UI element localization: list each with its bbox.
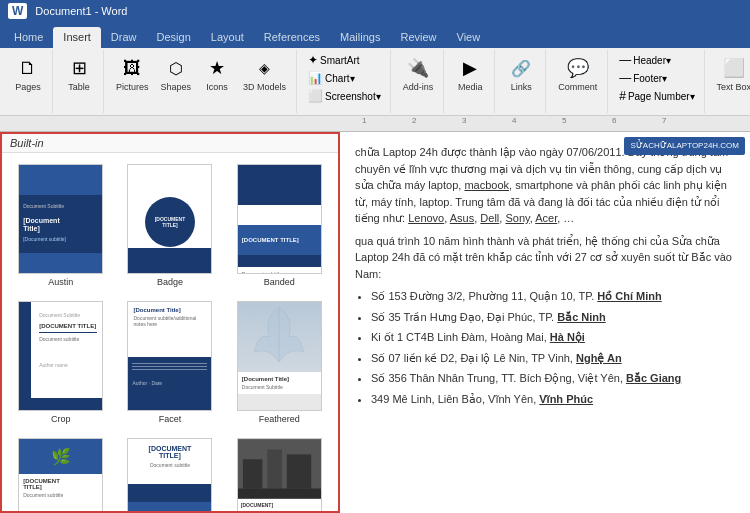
page-number-button[interactable]: # Page Number ▾ [616,88,697,104]
cover-name-crop: Crop [51,414,71,424]
list-item: Số 07 liền kề D2, Đại lộ Lê Nin, TP Vinh… [371,350,735,367]
cover-item-g3[interactable]: [DOCUMENT] [229,435,330,513]
tab-draw[interactable]: Draw [101,27,147,48]
ribbon-group-header-footer: — Header ▾ — Footer ▾ # Page Number ▾ [610,50,704,113]
pictures-label: Pictures [116,82,149,92]
cover-name-feathered: Feathered [259,414,300,424]
list-item: Số 153 Đường 3/2, Phường 11, Quận 10, TP… [371,288,735,305]
ruler-mark-1: 1 [362,116,366,125]
cover-item-facet[interactable]: [Document Title] Document subtitle/addit… [119,298,220,427]
ribbon-tabs: Home Insert Draw Design Layout Reference… [0,22,750,48]
shapes-button[interactable]: ⬡ Shapes [157,52,196,94]
list-item: Số 35 Trần Hưng Đạo, Đại Phúc, TP. Bắc N… [371,309,735,326]
comment-button[interactable]: 💬 Comment [554,52,601,94]
comment-label: Comment [558,82,597,92]
ribbon-group-smartart: ✦ SmartArt 📊 Chart ▾ ⬜ Screenshot ▾ [299,50,391,113]
tab-layout[interactable]: Layout [201,27,254,48]
tab-references[interactable]: References [254,27,330,48]
tab-insert[interactable]: Insert [53,27,101,48]
ribbon-group-table: ⊞ Table [55,50,104,113]
smartart-label: SmartArt [320,55,359,66]
screenshot-button[interactable]: ⬜ Screenshot ▾ [305,88,384,104]
svg-rect-5 [238,489,321,499]
document-title: Document1 - Word [35,5,742,17]
chart-label: Chart [325,73,349,84]
doc-text-area: SỬACHỮALAPTOP24H.COM chữa Laptop 24h đượ… [340,132,750,513]
chart-button[interactable]: 📊 Chart ▾ [305,70,384,86]
cover-thumb-g3: [DOCUMENT] [237,438,322,513]
media-button[interactable]: ▶ Media [452,52,488,94]
page-number-icon: # [619,89,626,103]
cover-item-banded[interactable]: [DOCUMENT TITLE] Document subtitle Bande… [229,161,330,290]
svg-rect-2 [243,459,263,488]
screenshot-icon: ⬜ [308,89,323,103]
addins-label: Add-ins [403,82,434,92]
doc-para-1: chữa Laptop 24h được thành lập vào ngày … [355,144,735,227]
addins-icon: 🔌 [404,54,432,82]
cover-thumb-facet: [Document Title] Document subtitle/addit… [127,301,212,411]
ruler: 1 2 3 4 5 6 7 [0,116,750,132]
cover-thumb-crop: Document Subtitle [DOCUMENT TITLE] Docum… [18,301,103,411]
links-label: Links [511,82,532,92]
tab-mailings[interactable]: Mailings [330,27,390,48]
textbox-button[interactable]: ⬜ Text Box [713,52,750,94]
pages-icon: 🗋 [14,54,42,82]
ruler-mark-2: 2 [412,116,416,125]
3dmodels-label: 3D Models [243,82,286,92]
cover-name-facet: Facet [159,414,182,424]
pictures-button[interactable]: 🖼 Pictures [112,52,153,94]
cover-thumb-banded: [DOCUMENT TITLE] Document subtitle [237,164,322,274]
links-icon: 🔗 [507,54,535,82]
header-label: Header [633,55,666,66]
textbox-icon: ⬜ [720,54,748,82]
media-label: Media [458,82,483,92]
table-icon: ⊞ [65,54,93,82]
list-item: Ki ốt 1 CT4B Linh Đàm, Hoàng Mai, Hà Nội [371,329,735,346]
addins-button[interactable]: 🔌 Add-ins [399,52,438,94]
tab-review[interactable]: Review [390,27,446,48]
list-item: 349 Mê Linh, Liên Bảo, Vĩnh Yên, Vĩnh Ph… [371,391,735,408]
smartart-button[interactable]: ✦ SmartArt [305,52,384,68]
doc-list: Số 153 Đường 3/2, Phường 11, Quận 10, TP… [371,288,735,407]
pages-button[interactable]: 🗋 Pages [10,52,46,94]
title-bar: W Document1 - Word [0,0,750,22]
ribbon-group-pages: 🗋 Pages [4,50,53,113]
icons-button[interactable]: ★ Icons [199,52,235,94]
footer-button[interactable]: — Footer ▾ [616,70,697,86]
pictures-icon: 🖼 [118,54,146,82]
smartart-icon: ✦ [308,53,318,67]
cover-name-badge: Badge [157,277,183,287]
header-button[interactable]: — Header ▾ [616,52,697,68]
ruler-mark-7: 7 [662,116,666,125]
links-button[interactable]: 🔗 Links [503,52,539,94]
chart-icon: 📊 [308,71,323,85]
cover-item-g1[interactable]: 🌿 [DOCUMENTTITLE] Document subtitle [10,435,111,513]
footer-icon: — [619,71,631,85]
tab-view[interactable]: View [447,27,491,48]
cover-item-crop[interactable]: Document Subtitle [DOCUMENT TITLE] Docum… [10,298,111,427]
screenshot-label: Screenshot [325,91,376,102]
ribbon-group-illustrations: 🖼 Pictures ⬡ Shapes ★ Icons ◈ 3D Models [106,50,297,113]
svg-rect-4 [287,454,311,488]
cover-item-austin[interactable]: Document Subtitle [DocumentTitle] [Docum… [10,161,111,290]
svg-rect-3 [267,449,282,488]
table-label: Table [68,82,90,92]
cover-item-badge[interactable]: [DOCUMENTTITLE] Document subtitle Badge [119,161,220,290]
ribbon-group-textbox: ⬜ Text Box [707,50,750,113]
3dmodels-button[interactable]: ◈ 3D Models [239,52,290,94]
app-logo: W [8,3,27,19]
cover-item-g2[interactable]: [DOCUMENTTITLE] Document subtitle [119,435,220,513]
main-area: Built-in Document Subtitle [DocumentTitl… [0,132,750,513]
cover-thumb-g1: 🌿 [DOCUMENTTITLE] Document subtitle [18,438,103,513]
page-number-label: Page Number [628,91,690,102]
shapes-icon: ⬡ [162,54,190,82]
tab-home[interactable]: Home [4,27,53,48]
ruler-mark-6: 6 [612,116,616,125]
icons-label: Icons [206,82,228,92]
table-button[interactable]: ⊞ Table [61,52,97,94]
footer-label: Footer [633,73,662,84]
cover-item-feathered[interactable]: [Document Title] Document Subtitle Feath… [229,298,330,427]
tab-design[interactable]: Design [147,27,201,48]
cover-name-austin: Austin [48,277,73,287]
ribbon-group-links: 🔗 Links [497,50,546,113]
